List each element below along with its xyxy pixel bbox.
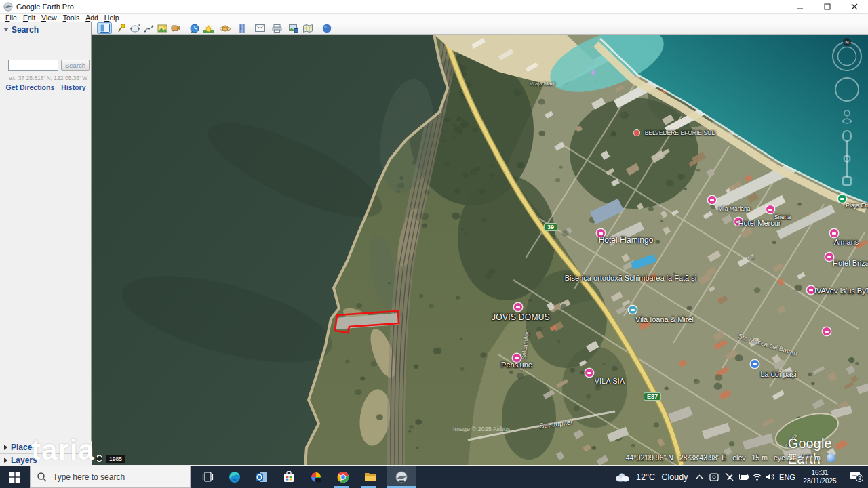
print-button[interactable] [269, 22, 284, 34]
map-label: Biserica ortodoxă Schimbarea la Față și [565, 274, 696, 282]
pegman-icon [842, 110, 852, 123]
map-toolbar [92, 22, 868, 35]
edge-icon [229, 471, 241, 483]
app-icon [3, 2, 13, 12]
road-shield-39: 39 [544, 223, 557, 231]
watermark: taria [31, 434, 95, 466]
action-center-button[interactable]: 3 [845, 466, 865, 488]
menu-add[interactable]: Add [84, 14, 103, 22]
minimize-button[interactable] [787, 0, 814, 14]
search-icon [37, 472, 47, 482]
clock-button[interactable]: 16:31 28/11/2025 [797, 466, 842, 488]
taskbar: Type here to search [0, 466, 868, 488]
search-panel-header[interactable]: Search [0, 24, 91, 35]
email-button[interactable] [252, 22, 267, 34]
historical-imagery-button[interactable] [187, 22, 202, 34]
google-earth-icon [395, 471, 408, 483]
weather-button[interactable] [612, 466, 633, 488]
menu-bar: File Edit View Tools Add Help [0, 14, 868, 22]
status-bar: 44°02'09.96" N 28°38'43.98" E elev 15 m … [626, 453, 821, 462]
volume-icon[interactable] [762, 466, 777, 488]
condition-value: Cloudy [662, 472, 688, 482]
tray-app-icon[interactable] [707, 466, 722, 488]
notification-count-badge: 3 [856, 474, 863, 482]
tray-overflow-chevron[interactable] [692, 466, 707, 488]
ruler-icon [239, 24, 245, 33]
ruler-button[interactable] [235, 22, 250, 34]
planets-button[interactable] [218, 22, 233, 34]
eye-alt-label: eye alt [774, 453, 795, 462]
task-view-button[interactable] [195, 466, 220, 488]
search-button[interactable]: Search [61, 60, 90, 71]
add-image-overlay-button[interactable] [155, 22, 170, 34]
lodging-pin[interactable] [514, 303, 522, 311]
maximize-button[interactable] [814, 0, 841, 14]
add-placemark-button[interactable] [114, 22, 129, 34]
menu-tools[interactable]: Tools [62, 14, 85, 22]
temperature-value: 12°C [636, 472, 655, 482]
view-in-maps-button[interactable] [300, 22, 315, 34]
pen-disabled-icon[interactable] [722, 466, 736, 488]
sunlight-button[interactable] [201, 22, 216, 34]
map-imagery [92, 35, 868, 465]
road-shield-e87: E87 [644, 392, 661, 401]
language-button[interactable]: ENG [777, 466, 797, 488]
save-image-button[interactable] [286, 22, 301, 34]
globe-icon [322, 24, 332, 33]
shop-pin[interactable] [751, 360, 759, 368]
store-button[interactable] [277, 466, 301, 488]
clock-icon [190, 24, 199, 33]
wifi-icon[interactable] [750, 466, 764, 488]
edge-button[interactable] [222, 466, 247, 488]
eye-alt-value: 377 m [801, 453, 821, 462]
close-button[interactable] [841, 0, 868, 14]
hide-sidebar-button[interactable] [97, 22, 112, 34]
sun-icon [203, 24, 214, 33]
menu-edit[interactable]: Edit [22, 14, 40, 22]
status-globe-icon [827, 453, 835, 462]
file-explorer-icon [364, 472, 377, 482]
battery-icon[interactable] [736, 466, 751, 488]
add-polygon-button[interactable] [127, 22, 142, 34]
chrome-button[interactable] [331, 466, 355, 488]
map-label: Vila Mariana [718, 205, 750, 212]
lodging-pin[interactable] [708, 196, 716, 204]
record-tour-button[interactable] [168, 22, 183, 34]
map-label: Pensiune [501, 361, 532, 369]
menu-help[interactable]: Help [103, 14, 124, 22]
historical-imagery-badge[interactable]: 1985 [95, 454, 125, 463]
venue-pin[interactable] [629, 306, 637, 314]
expand-triangle-icon [4, 445, 7, 450]
restaurant-pin[interactable] [634, 130, 639, 136]
zoom-out-button [843, 177, 851, 185]
map-label: BELVEDERE EFORIE SUD [645, 129, 716, 136]
outlook-button[interactable] [250, 466, 274, 488]
get-directions-link[interactable]: Get Directions [6, 83, 55, 92]
search-input[interactable] [8, 60, 58, 71]
elev-label: elev [732, 453, 745, 462]
lodging-pin[interactable] [830, 229, 838, 237]
taskbar-search-box[interactable]: Type here to search [30, 466, 191, 488]
polygon-icon [130, 24, 140, 33]
lodging-pin[interactable] [766, 205, 774, 214]
windows-logo-icon [9, 472, 20, 483]
task-view-icon [202, 472, 214, 482]
weather-temp[interactable]: 12°C [633, 466, 658, 488]
history-link[interactable]: History [61, 83, 85, 92]
map-label: Aimaris [834, 238, 859, 246]
earth-sphere-button[interactable] [319, 22, 334, 34]
menu-file[interactable]: File [4, 14, 22, 22]
microsoft-store-icon [283, 471, 294, 483]
lodging-pin[interactable] [823, 327, 831, 336]
file-explorer-button[interactable] [358, 466, 382, 488]
map-viewport[interactable]: N Vraja Marii BELVEDERE EFORIE SUD Plaja… [92, 35, 868, 465]
navigation-controls: N [824, 36, 868, 199]
menu-view[interactable]: View [40, 14, 62, 22]
small-poi-dot[interactable] [591, 70, 595, 75]
google-earth-taskbar-button[interactable] [387, 466, 416, 488]
weather-condition[interactable]: Cloudy [658, 466, 691, 488]
lodging-pin[interactable] [585, 369, 593, 377]
add-path-button[interactable] [141, 22, 156, 34]
start-button[interactable] [0, 466, 30, 488]
photos-button[interactable] [304, 466, 328, 488]
